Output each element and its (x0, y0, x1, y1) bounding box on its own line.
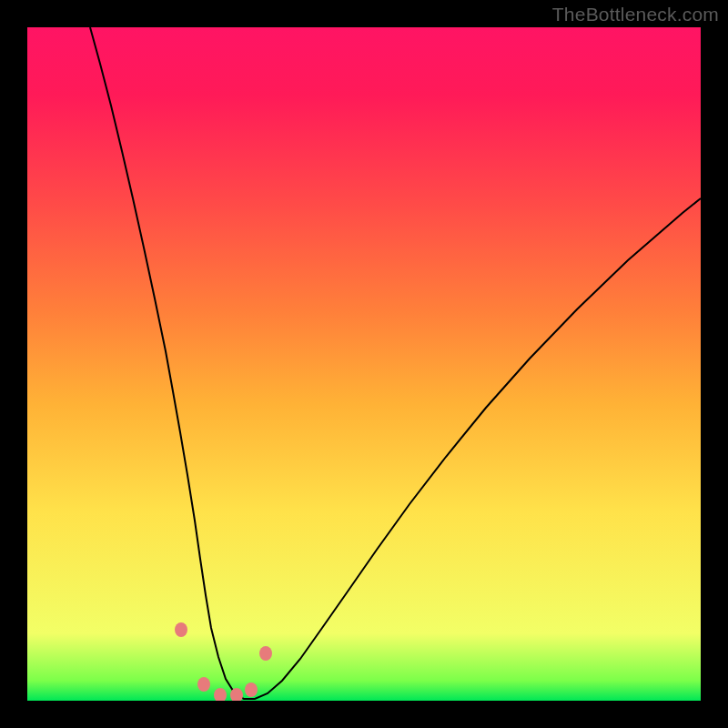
curve-marker (245, 682, 258, 697)
curve-marker (175, 622, 187, 637)
curve-layer (27, 27, 701, 701)
curve-marker (214, 688, 227, 701)
watermark-text: TheBottleneck.com (552, 4, 719, 25)
bottleneck-curve-path (90, 27, 701, 699)
marker-group (175, 622, 272, 701)
curve-marker (259, 646, 272, 661)
chart-stage: TheBottleneck.com (0, 0, 728, 728)
curve-marker (230, 688, 243, 701)
plot-area (27, 27, 701, 701)
curve-marker (197, 677, 210, 692)
